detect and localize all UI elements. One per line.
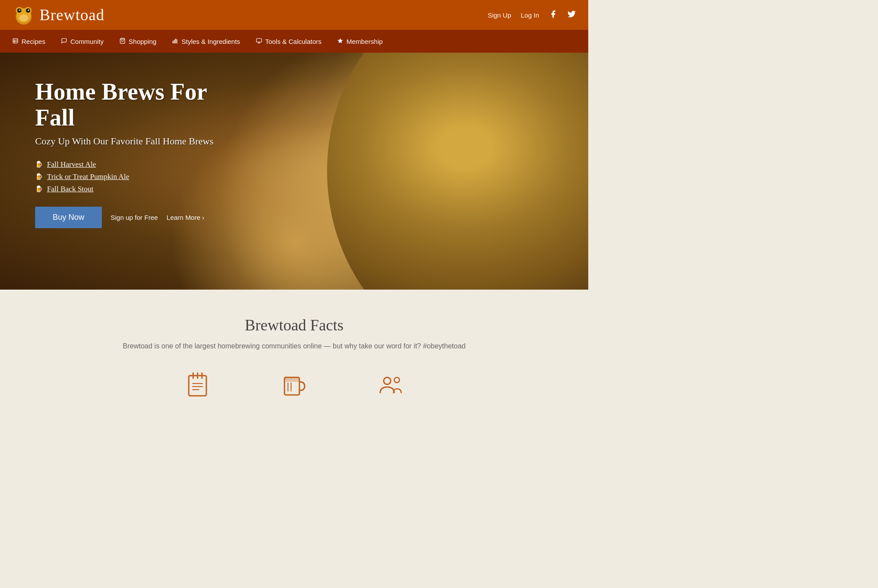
nav-item-styles[interactable]: Styles & Ingredients xyxy=(164,30,248,53)
hero-subtitle: Cozy Up With Our Favorite Fall Home Brew… xyxy=(35,136,250,147)
nav-item-tools[interactable]: Tools & Calculators xyxy=(248,30,329,53)
hero-section: Home Brews For Fall Cozy Up With Our Fav… xyxy=(0,53,588,290)
logo-text: Brewtoad xyxy=(40,6,104,24)
logo-area: Brewtoad xyxy=(12,4,104,26)
svg-point-7 xyxy=(28,10,29,11)
svg-rect-32 xyxy=(284,377,299,382)
shopping-icon xyxy=(119,38,126,45)
people-icon xyxy=(378,372,404,398)
twitter-icon[interactable] xyxy=(567,10,576,21)
hero-link-item-3: 🍺 Fall Back Stout xyxy=(35,185,250,194)
svg-rect-17 xyxy=(176,39,177,43)
nav-label-membership: Membership xyxy=(346,38,383,45)
beer-mug-icon xyxy=(281,372,307,398)
hero-link-harvest-ale[interactable]: Fall Harvest Ale xyxy=(47,160,96,169)
facebook-icon[interactable] xyxy=(549,10,558,21)
tools-icon xyxy=(256,38,262,45)
main-nav: Recipes Community Shopping Styles & Ingr… xyxy=(0,30,588,53)
membership-icon xyxy=(337,38,343,45)
svg-rect-16 xyxy=(175,39,176,43)
styles-icon xyxy=(172,38,178,45)
logo-icon xyxy=(12,4,35,26)
nav-label-recipes: Recipes xyxy=(22,38,45,45)
svg-marker-21 xyxy=(338,38,343,43)
svg-point-6 xyxy=(19,10,21,11)
facts-section: Brewtoad Facts Brewtoad is one of the la… xyxy=(0,290,588,416)
nav-item-membership[interactable]: Membership xyxy=(329,30,391,53)
nav-label-shopping: Shopping xyxy=(129,38,156,45)
fact-icon-recipes xyxy=(184,372,211,398)
top-right-nav: Sign Up Log In xyxy=(488,10,576,21)
buy-now-button[interactable]: Buy Now xyxy=(35,207,102,228)
learn-more-label: Learn More xyxy=(167,214,201,221)
svg-rect-14 xyxy=(173,41,174,43)
nav-label-styles: Styles & Ingredients xyxy=(181,38,240,45)
nav-item-shopping[interactable]: Shopping xyxy=(112,30,164,53)
signup-link[interactable]: Sign Up xyxy=(488,11,511,19)
recipes-icon xyxy=(12,38,18,45)
learn-more-link[interactable]: Learn More › xyxy=(167,214,205,221)
hero-beer-links: 🍺 Fall Harvest Ale 🍺 Trick or Treat Pump… xyxy=(35,160,250,194)
fact-icon-beer xyxy=(281,372,307,398)
hero-actions: Buy Now Sign up for Free Learn More › xyxy=(35,207,250,228)
nav-item-community[interactable]: Community xyxy=(53,30,112,53)
community-icon xyxy=(61,38,67,45)
hero-content: Home Brews For Fall Cozy Up With Our Fav… xyxy=(0,53,285,255)
top-bar: Brewtoad Sign Up Log In xyxy=(0,0,588,30)
signup-free-link[interactable]: Sign up for Free xyxy=(111,214,158,221)
notepad-icon xyxy=(184,372,211,398)
hero-link-item-1: 🍺 Fall Harvest Ale xyxy=(35,160,250,169)
chevron-right-icon: › xyxy=(202,214,204,221)
svg-rect-9 xyxy=(13,38,18,43)
login-link[interactable]: Log In xyxy=(521,11,539,19)
facts-icons-row xyxy=(18,372,571,398)
hero-link-item-2: 🍺 Trick or Treat Pumpkin Ale xyxy=(35,172,250,181)
beer-mug-icon-2: 🍺 xyxy=(35,173,43,180)
beer-mug-icon-3: 🍺 xyxy=(35,185,43,193)
beer-mug-icon-1: 🍺 xyxy=(35,161,43,168)
svg-rect-18 xyxy=(256,38,262,42)
svg-point-8 xyxy=(19,14,28,22)
fact-icon-community xyxy=(378,372,404,398)
hero-link-pumpkin-ale[interactable]: Trick or Treat Pumpkin Ale xyxy=(47,172,129,181)
facts-title: Brewtoad Facts xyxy=(18,316,571,334)
hero-link-fall-stout[interactable]: Fall Back Stout xyxy=(47,185,94,194)
facts-subtitle: Brewtoad is one of the largest homebrewi… xyxy=(18,342,571,350)
nav-item-recipes[interactable]: Recipes xyxy=(4,30,53,53)
nav-label-tools: Tools & Calculators xyxy=(265,38,321,45)
svg-point-33 xyxy=(384,377,391,384)
hero-title: Home Brews For Fall xyxy=(35,79,250,131)
svg-point-34 xyxy=(394,377,399,383)
nav-label-community: Community xyxy=(70,38,104,45)
svg-rect-15 xyxy=(174,39,175,43)
